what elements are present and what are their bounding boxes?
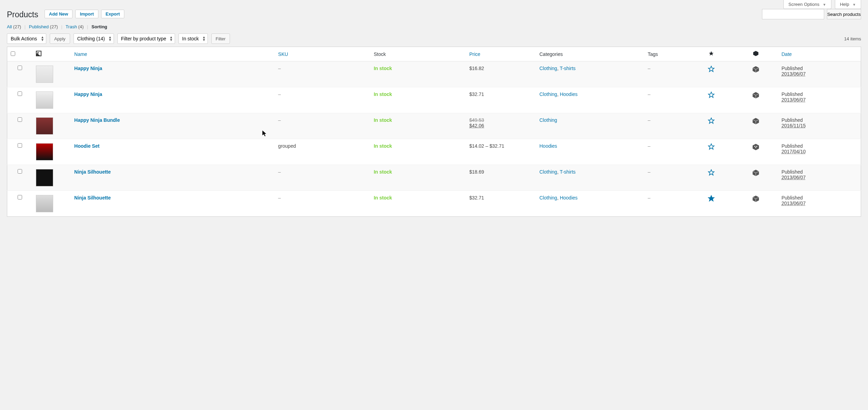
help-label: Help	[840, 2, 849, 7]
column-tags: Tags	[648, 51, 658, 57]
date-status: Published	[782, 66, 803, 71]
price-value: $32.71	[469, 91, 484, 97]
featured-toggle[interactable]	[708, 172, 715, 177]
svg-marker-5	[708, 92, 714, 98]
category-filter-select[interactable]: Clothing (14)	[74, 33, 114, 44]
tags-value: –	[648, 91, 650, 97]
featured-column-icon	[708, 52, 714, 57]
product-type-icon	[752, 146, 760, 152]
product-thumbnail[interactable]	[36, 91, 53, 109]
column-date[interactable]: Date	[782, 51, 792, 57]
apply-button[interactable]: Apply	[50, 33, 70, 44]
categories-cell: Clothing, Hoodies	[536, 87, 644, 113]
import-button[interactable]: Import	[75, 10, 98, 18]
bulk-actions-select[interactable]: Bulk Actions	[7, 33, 46, 44]
table-row: Hoodie Set grouped In stock $14.02 – $32…	[7, 139, 861, 165]
category-link[interactable]: Hoodies	[539, 143, 557, 149]
stock-status: In stock	[374, 91, 392, 97]
category-link[interactable]: Clothing	[539, 66, 557, 71]
date-value: 2017/04/10	[782, 149, 806, 154]
product-name-link[interactable]: Ninja Silhouette	[74, 169, 111, 175]
featured-toggle[interactable]	[708, 197, 715, 203]
column-name[interactable]: Name	[74, 51, 87, 57]
svg-marker-12	[753, 144, 759, 150]
tags-value: –	[648, 169, 650, 175]
view-trash[interactable]: Trash	[66, 24, 77, 29]
export-button[interactable]: Export	[101, 10, 124, 18]
type-column-icon	[753, 52, 759, 58]
table-row: Ninja Silhouette – In stock $18.69 Cloth…	[7, 165, 861, 191]
row-checkbox[interactable]	[18, 91, 22, 96]
filter-button[interactable]: Filter	[211, 33, 230, 44]
product-thumbnail[interactable]	[36, 195, 53, 212]
product-thumbnail[interactable]	[36, 143, 53, 160]
image-column-icon	[36, 51, 41, 56]
tags-value: –	[648, 117, 650, 123]
sku-value: –	[278, 195, 281, 201]
product-thumbnail[interactable]	[36, 169, 53, 186]
stock-status: In stock	[374, 117, 392, 123]
sku-value: –	[278, 66, 281, 71]
stock-status: In stock	[374, 66, 392, 71]
select-all-checkbox[interactable]	[11, 51, 15, 56]
date-value: 2013/06/07	[782, 175, 806, 180]
screen-options-button[interactable]: Screen Options ▼	[783, 0, 831, 9]
svg-marker-1	[753, 51, 758, 56]
search-input[interactable]	[762, 9, 824, 19]
price-value: $16.82	[469, 66, 484, 71]
column-sku[interactable]: SKU	[278, 51, 288, 57]
svg-marker-16	[708, 170, 714, 175]
featured-toggle[interactable]	[708, 68, 715, 74]
search-button[interactable]: Search products	[827, 9, 861, 19]
date-status: Published	[782, 169, 803, 175]
product-name-link[interactable]: Happy Ninja	[74, 66, 102, 71]
category-link[interactable]: Hoodies	[560, 91, 577, 97]
row-checkbox[interactable]	[18, 195, 22, 199]
product-type-filter-select[interactable]: Filter by product type	[117, 33, 175, 44]
view-published[interactable]: Published	[29, 24, 49, 29]
product-thumbnail[interactable]	[36, 66, 53, 83]
view-all-count: (27)	[13, 24, 21, 29]
column-stock: Stock	[374, 51, 386, 57]
product-thumbnail[interactable]	[36, 117, 53, 135]
featured-toggle[interactable]	[708, 146, 715, 151]
help-button[interactable]: Help ▼	[835, 0, 861, 9]
view-all[interactable]: All	[7, 24, 12, 29]
category-link[interactable]: Clothing	[539, 117, 557, 123]
product-type-icon	[752, 172, 760, 178]
product-type-icon	[752, 95, 760, 100]
product-name-link[interactable]: Happy Ninja	[74, 91, 102, 97]
categories-cell: Clothing, T-shirts	[536, 61, 644, 87]
product-name-link[interactable]: Hoodie Set	[74, 143, 99, 149]
table-row: Happy Ninja – In stock $32.71 Clothing, …	[7, 87, 861, 113]
category-link[interactable]: T-shirts	[560, 169, 576, 175]
add-new-button[interactable]: Add New	[45, 10, 73, 18]
sku-value: –	[278, 117, 281, 123]
date-value: 2013/06/07	[782, 71, 806, 77]
category-link[interactable]: Clothing	[539, 195, 557, 201]
row-checkbox[interactable]	[18, 66, 22, 70]
tags-value: –	[648, 195, 650, 201]
row-checkbox[interactable]	[18, 169, 22, 174]
product-type-icon	[752, 198, 760, 204]
category-link[interactable]: T-shirts	[560, 66, 576, 71]
row-checkbox[interactable]	[18, 117, 22, 122]
category-link[interactable]: Hoodies	[560, 195, 577, 201]
featured-toggle[interactable]	[708, 94, 715, 99]
price-value: $14.02 – $32.71	[469, 143, 504, 149]
stock-status-filter-select[interactable]: In stock	[179, 33, 208, 44]
stock-status: In stock	[374, 143, 392, 149]
svg-point-15	[755, 147, 756, 148]
product-name-link[interactable]: Ninja Silhouette	[74, 195, 111, 201]
product-name-link[interactable]: Happy Ninja Bundle	[74, 117, 120, 123]
items-count: 14 items	[844, 36, 861, 41]
category-link[interactable]: Clothing	[539, 169, 557, 175]
view-sorting[interactable]: Sorting	[91, 24, 107, 29]
row-checkbox[interactable]	[18, 143, 22, 148]
column-price[interactable]: Price	[469, 51, 480, 57]
featured-toggle[interactable]	[708, 120, 715, 125]
price-value: $32.71	[469, 195, 484, 201]
sku-value: –	[278, 91, 281, 97]
category-link[interactable]: Clothing	[539, 91, 557, 97]
table-row: Happy Ninja – In stock $16.82 Clothing, …	[7, 61, 861, 87]
